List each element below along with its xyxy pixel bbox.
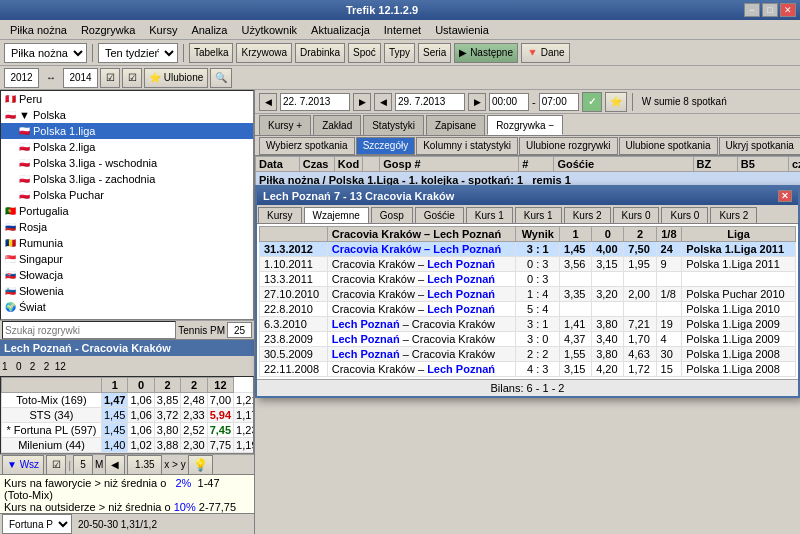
krzywowa-btn[interactable]: Krzywowa (236, 43, 292, 63)
check2-btn[interactable]: ☑ (122, 68, 142, 88)
minimize-button[interactable]: − (744, 3, 760, 17)
popup-tab-kurs0a[interactable]: Kurs 0 (613, 207, 660, 223)
odds-row-fortuna[interactable]: * Fortuna PL (597) 1,45 1,06 3,80 2,52 7… (2, 423, 255, 438)
star-btn[interactable]: ⭐ (605, 92, 627, 112)
date-nav-fwd2[interactable]: ▶ (468, 93, 486, 111)
tab-rozgrywka[interactable]: Rozgrywka − (487, 115, 563, 135)
menu-internet[interactable]: Internet (378, 20, 427, 39)
wsz-btn[interactable]: ▼ Wsz (2, 455, 44, 475)
ulubione-btn[interactable]: ⭐ Ulubione (144, 68, 208, 88)
odds-ratio[interactable]: 1.35 (127, 455, 162, 475)
tree-item-swiat[interactable]: 🌍Świat (1, 299, 253, 315)
tree-area[interactable]: 🇵🇪Peru 🇵🇱▼ Polska 🇵🇱Polska 1.liga 🇵🇱Pols… (0, 90, 254, 320)
popup-tab-kurs0b[interactable]: Kurs 0 (661, 207, 708, 223)
tree-item-singapur[interactable]: 🇸🇬Singapur (1, 251, 253, 267)
tab-kursy[interactable]: Kursy + (259, 115, 311, 135)
check-btn[interactable]: ☑ (100, 68, 120, 88)
time-end-input[interactable] (539, 93, 579, 111)
popup-close-btn[interactable]: ✕ (778, 190, 792, 202)
spoc-btn[interactable]: Spoć (348, 43, 381, 63)
tree-item-polska-puchar[interactable]: 🇵🇱Polska Puchar (1, 187, 253, 203)
subtab-wybierz[interactable]: Wybierz spotkania (259, 137, 355, 155)
popup-table-row[interactable]: 13.3.2011 Cracovia Kraków – Lech Poznań … (260, 272, 796, 287)
odds-nav-back[interactable]: ◀ (105, 455, 125, 475)
date-end-input[interactable] (395, 93, 465, 111)
subtab-szczegoly[interactable]: Szczegóły (356, 137, 416, 155)
menu-analiza[interactable]: Analiza (185, 20, 233, 39)
popup-table-row[interactable]: 30.5.2009 Lech Poznań – Cracovia Kraków … (260, 347, 796, 362)
tennis-value[interactable] (227, 322, 252, 338)
odds-row-milenium[interactable]: Milenium (44) 1,40 1,02 3,88 2,30 7,75 1… (2, 438, 255, 453)
seria-btn[interactable]: Seria (418, 43, 451, 63)
currency-select[interactable]: Fortuna PL (2, 514, 72, 534)
menu-futbol[interactable]: Piłka nożna (4, 20, 73, 39)
tab-zaklad[interactable]: Zakład (313, 115, 361, 135)
popup-tab-kurs2b[interactable]: Kurs 2 (710, 207, 757, 223)
close-button[interactable]: ✕ (780, 3, 796, 17)
odds-5btn[interactable]: 5 (73, 455, 93, 475)
search-left-btn[interactable]: 🔍 (210, 68, 232, 88)
popup-table-row[interactable]: 23.8.2009 Lech Poznań – Cracovia Kraków … (260, 332, 796, 347)
date-nav-back2[interactable]: ◀ (374, 93, 392, 111)
popup-tab-kurs1b[interactable]: Kurs 1 (515, 207, 562, 223)
menu-aktualizacja[interactable]: Aktualizacja (305, 20, 376, 39)
time-start-input[interactable] (489, 93, 529, 111)
tree-item-polska[interactable]: 🇵🇱▼ Polska (1, 107, 253, 123)
odds-bulb-btn[interactable]: 💡 (188, 455, 213, 475)
tree-item-slowenia[interactable]: 🇸🇮Słowenia (1, 283, 253, 299)
year-end-btn[interactable]: 2014 (63, 68, 98, 88)
year-start-btn[interactable]: 2012 (4, 68, 39, 88)
popup-table-row[interactable]: 22.11.2008 Cracovia Kraków – Lech Poznań… (260, 362, 796, 377)
popup-odd1: 1,55 (560, 347, 592, 362)
popup-tab-goscie[interactable]: Gośćie (415, 207, 464, 223)
subtab-kolumny[interactable]: Kolumny i statystyki (416, 137, 518, 155)
popup-tab-wzajemne[interactable]: Wzajemne (304, 207, 369, 223)
tab-zapisane[interactable]: Zapisane (426, 115, 485, 135)
date-start-input[interactable] (280, 93, 350, 111)
subtab-ulubione-rozgrywki[interactable]: Ulubione rozgrywki (519, 137, 617, 155)
popup-tab-kurs1a[interactable]: Kurs 1 (466, 207, 513, 223)
menu-uzytkownik[interactable]: Użytkownik (235, 20, 303, 39)
popup-table-row[interactable]: 31.3.2012 Cracovia Kraków – Lech Poznań … (260, 242, 796, 257)
typy-btn[interactable]: Typy (384, 43, 415, 63)
popup-table-row[interactable]: 6.3.2010 Lech Poznań – Cracovia Kraków 3… (260, 317, 796, 332)
menu-rozgrywka[interactable]: Rozgrywka (75, 20, 141, 39)
drabinka-btn[interactable]: Drabinka (295, 43, 345, 63)
odds-row-totomix[interactable]: Toto-Mix (169) 1,47 1,06 3,85 2,48 7,00 … (2, 393, 255, 408)
dane-btn[interactable]: 🔻 Dane (521, 43, 570, 63)
menu-ustawienia[interactable]: Ustawienia (429, 20, 495, 39)
popup-tab-gosp[interactable]: Gosp (371, 207, 413, 223)
tree-item-polska3liga-zach[interactable]: 🇵🇱Polska 3.liga - zachodnia (1, 171, 253, 187)
tabelka-btn[interactable]: Tabelka (189, 43, 233, 63)
date-nav-fwd[interactable]: ▶ (353, 93, 371, 111)
toolbar1: Piłka nożna Ten tydzień Tabelka Krzywowa… (0, 40, 800, 66)
popup-table-row[interactable]: 27.10.2010 Cracovia Kraków – Lech Poznań… (260, 287, 796, 302)
subtab-ukryj[interactable]: Ukryj spotkania (719, 137, 800, 155)
sport-select[interactable]: Piłka nożna (4, 43, 87, 63)
tree-item-peru[interactable]: 🇵🇪Peru (1, 91, 253, 107)
date-nav-back[interactable]: ◀ (259, 93, 277, 111)
tree-item-slowacja[interactable]: 🇸🇰Słowacja (1, 267, 253, 283)
popup-teams: Cracovia Kraków – Lech Poznań (327, 242, 516, 257)
tree-item-rumunia[interactable]: 🇷🇴Rumunia (1, 235, 253, 251)
odds-check-btn[interactable]: ☑ (46, 455, 66, 475)
tree-item-polska2liga[interactable]: 🇵🇱Polska 2.liga (1, 139, 253, 155)
period-select[interactable]: Ten tydzień (98, 43, 178, 63)
popup-tab-kurs2a[interactable]: Kurs 2 (564, 207, 611, 223)
subtab-ulubione-spotkania[interactable]: Ulubione spotkania (619, 137, 718, 155)
tree-item-polska3liga-wsch[interactable]: 🇵🇱Polska 3.liga - wschodnia (1, 155, 253, 171)
odds-row-sts[interactable]: STS (34) 1,45 1,06 3,72 2,33 5,94 1,17 (2, 408, 255, 423)
odd-0-sts: 1,06 (128, 408, 154, 423)
menu-kursy[interactable]: Kursy (143, 20, 183, 39)
nastepne-btn[interactable]: ▶ Następne (454, 43, 518, 63)
tree-item-rosja[interactable]: 🇷🇺Rosja (1, 219, 253, 235)
popup-table-row[interactable]: 1.10.2011 Cracovia Kraków – Lech Poznań … (260, 257, 796, 272)
popup-table-row[interactable]: 22.8.2010 Cracovia Kraków – Lech Poznań … (260, 302, 796, 317)
maximize-button[interactable]: □ (762, 3, 778, 17)
confirm-btn[interactable]: ✓ (582, 92, 602, 112)
tree-item-portugalia[interactable]: 🇵🇹Portugalia (1, 203, 253, 219)
search-input[interactable] (2, 321, 176, 339)
tab-statystyki[interactable]: Statystyki (363, 115, 424, 135)
popup-tab-kursy[interactable]: Kursy (258, 207, 302, 223)
tree-item-polska1liga[interactable]: 🇵🇱Polska 1.liga (1, 123, 253, 139)
